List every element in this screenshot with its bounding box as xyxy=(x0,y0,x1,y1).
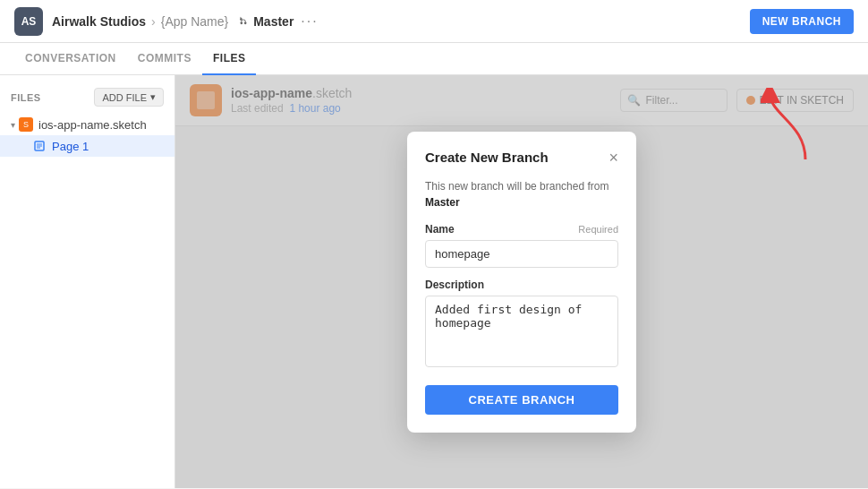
sketch-file-icon: S xyxy=(19,117,33,132)
branch-label: Master xyxy=(253,14,294,29)
required-label: Required xyxy=(578,224,618,235)
name-label: Name xyxy=(425,223,455,236)
file-tree-group[interactable]: ▾ S ios-app-name.sketch xyxy=(0,114,174,135)
modal-description: This new branch will be branched from Ma… xyxy=(425,178,618,210)
app-name: {App Name} xyxy=(161,14,229,29)
tab-commits[interactable]: COMMITS xyxy=(127,43,202,75)
avatar: AS xyxy=(14,7,43,36)
content-area: ios-app-name.sketch Last edited 1 hour a… xyxy=(175,75,868,488)
modal-close-button[interactable]: × xyxy=(608,150,618,166)
tab-conversation[interactable]: CONVERSATION xyxy=(14,43,127,75)
create-branch-modal: Create New Branch × This new branch will… xyxy=(407,132,636,433)
modal-overlay: Create New Branch × This new branch will… xyxy=(175,75,868,488)
breadcrumb-sep: › xyxy=(151,14,156,29)
chevron-down-icon: ▾ xyxy=(150,91,156,103)
studio-name: Airwalk Studios xyxy=(52,14,146,29)
main-layout: FILES ADD FILE ▾ ▾ S ios-app-name.sketch… xyxy=(0,75,868,488)
expand-chevron-icon: ▾ xyxy=(11,120,15,130)
tab-files[interactable]: FILES xyxy=(202,43,257,75)
nav-tabs: CONVERSATION COMMITS FILES xyxy=(0,43,868,75)
sidebar: FILES ADD FILE ▾ ▾ S ios-app-name.sketch… xyxy=(0,75,175,488)
desc-label: Description xyxy=(425,279,484,291)
topbar-right: NEW BRANCH xyxy=(750,9,854,34)
branch-name-input[interactable] xyxy=(425,240,618,268)
desc-label-row: Description xyxy=(425,279,618,291)
page-list-item[interactable]: Page 1 xyxy=(0,135,174,157)
page-name-label: Page 1 xyxy=(52,140,89,153)
modal-title: Create New Branch xyxy=(425,150,549,165)
new-branch-button[interactable]: NEW BRANCH xyxy=(750,9,854,34)
add-file-label: ADD FILE xyxy=(102,92,147,103)
sidebar-header: FILES ADD FILE ▾ xyxy=(0,84,174,114)
sidebar-files-label: FILES xyxy=(11,92,41,103)
branch-icon xyxy=(237,15,250,28)
create-branch-submit-button[interactable]: CREATE BRANCH xyxy=(425,385,618,415)
topbar: AS Airwalk Studios › {App Name} Master ·… xyxy=(0,0,868,43)
modal-header: Create New Branch × xyxy=(425,150,618,166)
page-icon xyxy=(32,139,47,153)
more-options-button[interactable]: ··· xyxy=(297,13,321,30)
branch-description-input[interactable]: Added first design of homepage xyxy=(425,296,618,367)
add-file-button[interactable]: ADD FILE ▾ xyxy=(94,88,164,107)
file-name-label: ios-app-name.sketch xyxy=(38,118,147,132)
name-label-row: Name Required xyxy=(425,223,618,236)
